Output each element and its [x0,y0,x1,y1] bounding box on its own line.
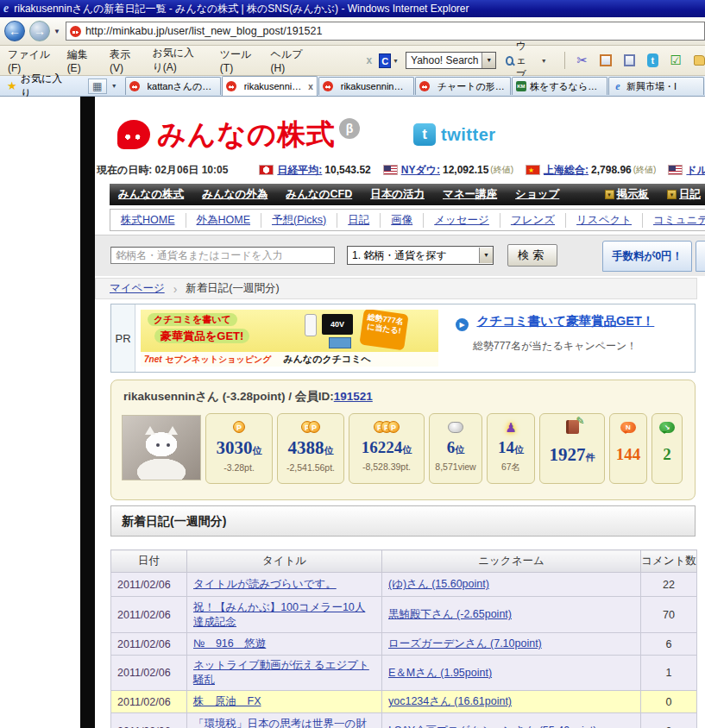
nickname-link[interactable]: ローズガーデンさん (7.10point) [388,637,542,650]
scissors-icon[interactable]: ✂ [577,53,589,68]
stat-card-respect[interactable]: ♟ 14位 67名 [487,413,535,484]
banner-tv-image: 40V [322,314,353,335]
tab-list-dropdown-icon[interactable]: ▼ [107,79,122,92]
subnav-picks[interactable]: 予想(Picks) [261,213,337,228]
tab-kattan[interactable]: kattanさんの日... [125,77,221,95]
nickname-link[interactable]: E＆Mさん (1.95point) [388,667,492,679]
stock-search-input[interactable] [110,247,335,264]
member-id-link[interactable]: 191521 [334,390,373,403]
blog-title-link[interactable]: 株 原油 FX [193,695,261,707]
nav-minkabu-stock[interactable]: みんなの株式 [118,187,184,202]
profile-point: (-3.28point) [223,390,286,403]
yahoo-search-box[interactable]: Yahoo! Search ▼ [406,52,496,69]
breadcrumb-mypage-link[interactable]: マイページ [110,281,165,296]
dollar-link[interactable]: ドル [686,163,705,178]
stat-card-green[interactable]: ↘ 2 [651,413,683,484]
subnav-fx-home[interactable]: 外為HOME [186,213,262,228]
blog-title-link[interactable]: ネットライブ動画が伝えるエジプト騒乱 [193,659,369,686]
nav-diary-group[interactable]: ▼ 日記 [667,187,701,202]
c-toolbar-icon[interactable]: C [379,53,391,68]
subnav-friends[interactable]: フレンズ [500,213,566,228]
shanghai-value: 2,798.96 [591,164,632,176]
stat-card-diary-count[interactable]: ✎ 1927件 [539,413,605,484]
tab-rikakusennin-active[interactable]: rikakusennin... x [222,76,318,96]
nickname-link[interactable]: 黒鮪殿下さん (-2.65point) [388,608,512,620]
stat-card-comments[interactable]: N 144 [609,413,647,484]
nickname-link[interactable]: I SAY企画プロダクションさん (55.40point) [388,725,596,728]
zero-fee-promo-tab[interactable]: 手数料が0円！ [602,241,692,272]
pr-banner-image[interactable]: クチコミを書いて 豪華賞品をGET! 40V 総勢777名に当たる! 7net … [141,310,438,367]
search-category-select[interactable]: 1. 銘柄・通貨を探す ▼ [347,246,494,265]
stat-card-rank-total[interactable]: P 3030位 -3.28pt. [205,413,273,484]
subnav-images[interactable]: 画像 [381,213,424,228]
nav-money-course[interactable]: マネー講座 [443,187,497,202]
tab-chart[interactable]: チャートの形から... [415,77,511,95]
history-dropdown-icon[interactable]: ▼ [54,28,60,35]
tab-close-icon[interactable]: x [308,82,313,91]
blog-title-link[interactable]: 祝！【みんかぶ】100コメラー10人達成記念 [193,601,365,628]
nav-board[interactable]: 掲示板 [617,187,650,202]
nikkei-link[interactable]: 日経平均: [277,163,322,178]
user-profile-box: rikakusenninさん (-3.28point) / 会員ID:19152… [110,380,696,500]
back-button[interactable]: ← [4,21,25,41]
stat-card-rank-2[interactable]: PP 4388位 -2,541.56pt. [277,413,344,484]
nav-japan-vitality[interactable]: 日本の活力 [370,187,425,202]
nav-board-group[interactable]: ▼ 掲示板 [605,187,650,202]
blog-title-link[interactable]: タイトルが読みづらいです。 [193,578,337,590]
blog-title-link[interactable]: 「環境税」日本の思考は世界一の財産と言えるでしょう [193,718,367,728]
menu-tools[interactable]: ツール(T) [212,44,263,78]
stat-card-pageviews[interactable]: 6位 8,571view [429,413,482,484]
nydow-link[interactable]: NYダウ: [401,163,440,178]
c-dropdown-icon[interactable]: ▼ [393,58,399,64]
minkabu-mascot-icon[interactable] [117,120,150,149]
select-dropdown-icon[interactable]: ▼ [479,248,493,263]
stat-sub: -3.28pt. [206,461,272,474]
twitter-logo-icon[interactable]: t [413,123,436,146]
stat-value: 4388 [288,437,324,458]
nickname-link[interactable]: (ゆ)さん (15.60point) [388,578,489,590]
promo-tab-cutoff[interactable]: 理 [696,241,705,272]
search-button[interactable]: 検索 [507,244,557,267]
favorites-star-icon: ★ [7,79,17,92]
nav-diary[interactable]: 日記 [679,187,701,202]
nav-shop[interactable]: ショップ [515,187,559,202]
subnav-respect[interactable]: リスペクト [566,213,643,228]
twitter-wordmark[interactable]: twitter [441,125,496,145]
subnav-community[interactable]: コミュニティ [643,213,705,228]
nickname-link[interactable]: yoc1234さん (16.61point) [388,695,512,707]
nav-minkabu-cfd[interactable]: みんなのCFD [286,187,352,202]
tab-rikakusennin-2[interactable]: rikakusenninさん... [318,77,414,95]
twitter-toolbar-icon[interactable]: t [647,53,658,67]
tab-kabumap[interactable]: KM 株をするなら割安... [512,77,607,95]
toolbar-close-icon[interactable]: x [367,54,373,66]
nav-minkabu-fx[interactable]: みんなの外為 [202,187,268,202]
site-logo[interactable]: みんなの株式 [157,116,336,154]
subnav-messages[interactable]: メッセージ [424,213,500,228]
tab-label: 株をするなら割安... [530,80,603,93]
menu-toolbar: ファイル(F) 編集(E) 表示(V) お気に入り(A) ツール(T) ヘルプ(… [0,46,705,76]
web-search-dropdown-icon[interactable]: ▼ [541,58,547,64]
subnav-stock-home[interactable]: 株式HOME [110,213,186,228]
tab-shinko[interactable]: e 新興市場・I [608,77,704,95]
forward-button[interactable]: → [29,21,50,41]
pr-campaign-link[interactable]: クチコミ書いて豪華賞品GET！ [476,314,654,328]
menu-help[interactable]: ヘルプ(H) [263,44,315,78]
yahoo-search-dropdown-icon[interactable]: ▼ [482,53,495,68]
address-bar[interactable]: http://minkabu.jp/user/list_new_blog_pos… [66,22,705,41]
menu-favorites[interactable]: お気に入り(A) [144,42,211,78]
blog-title-link[interactable]: № 916 悠遊 [193,637,266,650]
pencil-icon: ✎ [576,415,584,427]
subnav-diary[interactable]: 日記 [337,213,381,228]
checkbox-icon[interactable]: ☑ [670,53,682,68]
banner-appliance-image [305,314,317,336]
avatar[interactable] [122,415,201,480]
table-row: 2011/02/06 タイトルが読みづらいです。 (ゆ)さん (15.60poi… [111,573,697,597]
shanghai-link[interactable]: 上海総合: [544,163,589,178]
window-orange-icon[interactable] [600,54,611,66]
folder-icon[interactable] [694,55,705,66]
menu-view[interactable]: 表示(V) [102,44,144,78]
window-gray-icon[interactable] [624,54,635,66]
pr-campaign-subtext: 総勢777名が当たるキャンペーン！ [473,339,695,354]
quick-tabs-button[interactable]: ▦ [88,78,107,94]
stat-card-rank-3[interactable]: PPP 16224位 -8,528.39pt. [349,413,425,484]
